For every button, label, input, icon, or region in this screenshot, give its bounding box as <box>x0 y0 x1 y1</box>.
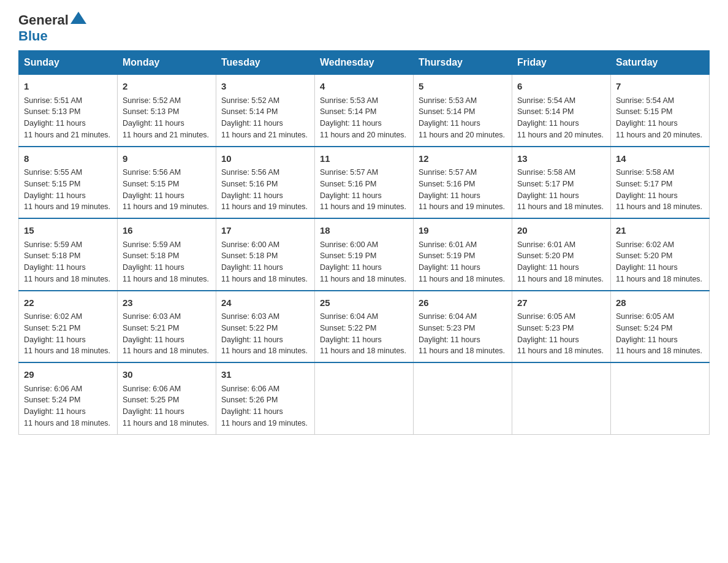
day-number: 2 <box>123 80 211 94</box>
day-info: Sunrise: 5:51 AMSunset: 5:13 PMDaylight:… <box>24 96 110 139</box>
day-number: 17 <box>221 224 309 238</box>
logo-triangle-right <box>78 12 86 24</box>
calendar-cell: 2Sunrise: 5:52 AMSunset: 5:13 PMDaylight… <box>118 75 216 147</box>
day-info: Sunrise: 5:56 AMSunset: 5:15 PMDaylight:… <box>123 168 209 211</box>
column-header-friday: Friday <box>512 51 611 75</box>
calendar-cell: 3Sunrise: 5:52 AMSunset: 5:14 PMDaylight… <box>216 75 315 147</box>
day-number: 14 <box>616 152 704 166</box>
day-info: Sunrise: 6:06 AMSunset: 5:24 PMDaylight:… <box>24 385 110 427</box>
logo-triangle-left <box>70 12 78 24</box>
day-number: 5 <box>419 80 507 94</box>
day-number: 1 <box>24 80 112 94</box>
logo-text: General Blue <box>18 12 86 44</box>
day-number: 19 <box>419 224 507 238</box>
calendar-cell: 30Sunrise: 6:06 AMSunset: 5:25 PMDayligh… <box>118 362 216 434</box>
calendar-cell <box>611 362 710 434</box>
calendar-cell: 6Sunrise: 5:54 AMSunset: 5:14 PMDaylight… <box>512 75 611 147</box>
day-number: 9 <box>123 152 211 166</box>
calendar-cell: 19Sunrise: 6:01 AMSunset: 5:19 PMDayligh… <box>414 218 512 291</box>
day-info: Sunrise: 5:57 AMSunset: 5:16 PMDaylight:… <box>320 168 406 211</box>
day-number: 6 <box>517 80 605 94</box>
day-number: 22 <box>24 296 112 310</box>
calendar-cell: 16Sunrise: 5:59 AMSunset: 5:18 PMDayligh… <box>118 218 216 291</box>
calendar-cell: 20Sunrise: 6:01 AMSunset: 5:20 PMDayligh… <box>512 218 611 291</box>
column-header-wednesday: Wednesday <box>315 51 414 75</box>
calendar-cell: 26Sunrise: 6:04 AMSunset: 5:23 PMDayligh… <box>414 291 512 363</box>
day-number: 25 <box>320 296 408 310</box>
day-info: Sunrise: 6:02 AMSunset: 5:21 PMDaylight:… <box>24 312 110 355</box>
calendar-cell: 15Sunrise: 5:59 AMSunset: 5:18 PMDayligh… <box>19 218 118 291</box>
calendar-header-row: SundayMondayTuesdayWednesdayThursdayFrid… <box>19 51 710 75</box>
calendar-cell: 11Sunrise: 5:57 AMSunset: 5:16 PMDayligh… <box>315 147 414 219</box>
day-info: Sunrise: 5:58 AMSunset: 5:17 PMDaylight:… <box>517 168 604 211</box>
day-number: 11 <box>320 152 408 166</box>
calendar-cell: 24Sunrise: 6:03 AMSunset: 5:22 PMDayligh… <box>216 291 315 363</box>
day-number: 27 <box>517 296 605 310</box>
calendar-cell: 27Sunrise: 6:05 AMSunset: 5:23 PMDayligh… <box>512 291 611 363</box>
day-info: Sunrise: 6:05 AMSunset: 5:23 PMDaylight:… <box>517 312 604 355</box>
calendar-cell: 5Sunrise: 5:53 AMSunset: 5:14 PMDaylight… <box>414 75 512 147</box>
calendar-cell: 13Sunrise: 5:58 AMSunset: 5:17 PMDayligh… <box>512 147 611 219</box>
day-info: Sunrise: 6:04 AMSunset: 5:22 PMDaylight:… <box>320 312 406 355</box>
day-number: 30 <box>123 368 211 382</box>
day-number: 26 <box>419 296 507 310</box>
day-number: 23 <box>123 296 211 310</box>
calendar-cell: 21Sunrise: 6:02 AMSunset: 5:20 PMDayligh… <box>611 218 710 291</box>
calendar-week-row: 8Sunrise: 5:55 AMSunset: 5:15 PMDaylight… <box>19 147 710 219</box>
day-number: 18 <box>320 224 408 238</box>
calendar-cell: 10Sunrise: 5:56 AMSunset: 5:16 PMDayligh… <box>216 147 315 219</box>
day-info: Sunrise: 6:03 AMSunset: 5:22 PMDaylight:… <box>221 312 308 355</box>
day-info: Sunrise: 5:57 AMSunset: 5:16 PMDaylight:… <box>419 168 505 211</box>
day-number: 15 <box>24 224 112 238</box>
column-header-tuesday: Tuesday <box>216 51 315 75</box>
day-number: 29 <box>24 368 112 382</box>
day-number: 8 <box>24 152 112 166</box>
calendar-cell: 1Sunrise: 5:51 AMSunset: 5:13 PMDaylight… <box>19 75 118 147</box>
calendar-cell: 18Sunrise: 6:00 AMSunset: 5:19 PMDayligh… <box>315 218 414 291</box>
calendar-cell: 22Sunrise: 6:02 AMSunset: 5:21 PMDayligh… <box>19 291 118 363</box>
day-info: Sunrise: 6:01 AMSunset: 5:19 PMDaylight:… <box>419 240 505 283</box>
day-info: Sunrise: 5:59 AMSunset: 5:18 PMDaylight:… <box>123 240 209 283</box>
calendar-cell: 9Sunrise: 5:56 AMSunset: 5:15 PMDaylight… <box>118 147 216 219</box>
day-info: Sunrise: 5:52 AMSunset: 5:14 PMDaylight:… <box>221 96 308 139</box>
calendar-cell: 23Sunrise: 6:03 AMSunset: 5:21 PMDayligh… <box>118 291 216 363</box>
day-number: 10 <box>221 152 309 166</box>
calendar-week-row: 15Sunrise: 5:59 AMSunset: 5:18 PMDayligh… <box>19 218 710 291</box>
calendar-cell: 7Sunrise: 5:54 AMSunset: 5:15 PMDaylight… <box>611 75 710 147</box>
calendar-week-row: 29Sunrise: 6:06 AMSunset: 5:24 PMDayligh… <box>19 362 710 434</box>
calendar-cell: 29Sunrise: 6:06 AMSunset: 5:24 PMDayligh… <box>19 362 118 434</box>
day-info: Sunrise: 5:55 AMSunset: 5:15 PMDaylight:… <box>24 168 110 211</box>
column-header-saturday: Saturday <box>611 51 710 75</box>
column-header-monday: Monday <box>118 51 216 75</box>
logo-general: General <box>18 12 69 28</box>
calendar-cell: 14Sunrise: 5:58 AMSunset: 5:17 PMDayligh… <box>611 147 710 219</box>
column-header-thursday: Thursday <box>414 51 512 75</box>
day-info: Sunrise: 6:00 AMSunset: 5:19 PMDaylight:… <box>320 240 406 283</box>
calendar-cell: 4Sunrise: 5:53 AMSunset: 5:14 PMDaylight… <box>315 75 414 147</box>
day-info: Sunrise: 5:53 AMSunset: 5:14 PMDaylight:… <box>419 96 505 139</box>
calendar-cell: 31Sunrise: 6:06 AMSunset: 5:26 PMDayligh… <box>216 362 315 434</box>
day-info: Sunrise: 6:03 AMSunset: 5:21 PMDaylight:… <box>123 312 209 355</box>
calendar-cell: 28Sunrise: 6:05 AMSunset: 5:24 PMDayligh… <box>611 291 710 363</box>
calendar-week-row: 1Sunrise: 5:51 AMSunset: 5:13 PMDaylight… <box>19 75 710 147</box>
day-info: Sunrise: 5:52 AMSunset: 5:13 PMDaylight:… <box>123 96 209 139</box>
day-number: 28 <box>616 296 704 310</box>
day-info: Sunrise: 5:56 AMSunset: 5:16 PMDaylight:… <box>221 168 308 211</box>
calendar-week-row: 22Sunrise: 6:02 AMSunset: 5:21 PMDayligh… <box>19 291 710 363</box>
day-info: Sunrise: 6:04 AMSunset: 5:23 PMDaylight:… <box>419 312 505 355</box>
calendar-table: SundayMondayTuesdayWednesdayThursdayFrid… <box>18 50 710 435</box>
calendar-cell: 25Sunrise: 6:04 AMSunset: 5:22 PMDayligh… <box>315 291 414 363</box>
calendar-cell <box>512 362 611 434</box>
day-number: 4 <box>320 80 408 94</box>
day-number: 7 <box>616 80 704 94</box>
day-info: Sunrise: 5:53 AMSunset: 5:14 PMDaylight:… <box>320 96 406 139</box>
calendar-cell <box>315 362 414 434</box>
day-info: Sunrise: 5:54 AMSunset: 5:15 PMDaylight:… <box>616 96 702 139</box>
day-info: Sunrise: 5:54 AMSunset: 5:14 PMDaylight:… <box>517 96 604 139</box>
day-info: Sunrise: 6:05 AMSunset: 5:24 PMDaylight:… <box>616 312 702 355</box>
calendar-cell: 17Sunrise: 6:00 AMSunset: 5:18 PMDayligh… <box>216 218 315 291</box>
day-number: 13 <box>517 152 605 166</box>
day-info: Sunrise: 5:59 AMSunset: 5:18 PMDaylight:… <box>24 240 110 283</box>
day-number: 12 <box>419 152 507 166</box>
calendar-cell: 12Sunrise: 5:57 AMSunset: 5:16 PMDayligh… <box>414 147 512 219</box>
